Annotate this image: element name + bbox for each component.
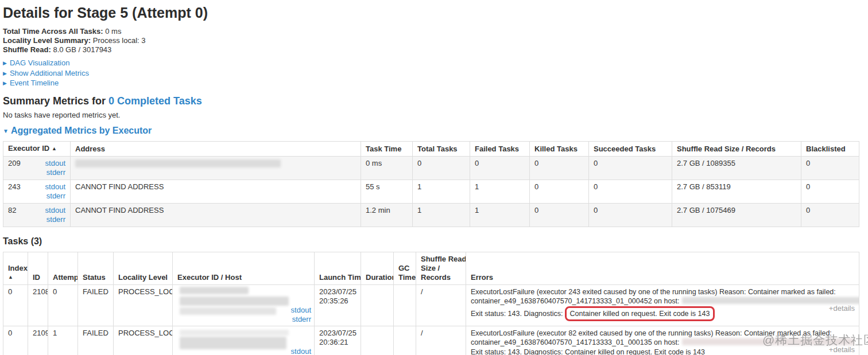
redacted-host: [180, 297, 289, 306]
shuffle-read-cell: 2.7 GB / 853119: [672, 180, 801, 203]
col-launch-time[interactable]: Launch Time: [315, 252, 361, 284]
collapsed-arrow-icon: ▶: [3, 60, 7, 66]
stdout-link[interactable]: stdout: [45, 159, 65, 168]
col-id[interactable]: ID: [28, 252, 48, 284]
stdout-link[interactable]: stdout: [291, 347, 311, 355]
tasks-heading: Tasks (3): [3, 236, 863, 247]
page-title: Details for Stage 5 (Attempt 0): [3, 5, 863, 21]
address-cell: CANNOT FIND ADDRESS: [71, 180, 361, 203]
stdout-link[interactable]: stdout: [291, 306, 311, 315]
col-task-time[interactable]: Task Time: [361, 141, 413, 156]
task-locality-cell: PROCESS_LOCAL: [114, 284, 173, 326]
stderr-link[interactable]: stderr: [45, 215, 65, 224]
address-cell: CANNOT FIND ADDRESS: [71, 203, 361, 227]
dag-visualization-toggle[interactable]: ▶DAG Visualization: [3, 58, 863, 69]
redacted-address: [75, 159, 281, 167]
sort-asc-icon: ▲: [52, 146, 57, 151]
col-blacklisted[interactable]: Blacklisted: [801, 141, 859, 156]
col-status[interactable]: Status: [78, 252, 114, 284]
error-line: Exit status: 143. Diagnostics:Container …: [471, 306, 854, 322]
event-timeline-toggle[interactable]: ▶Event Timeline: [3, 79, 863, 89]
task-launch-time-cell: 2023/07/25 20:36:21: [315, 326, 361, 355]
shuffle-read-label: Shuffle Read:: [3, 45, 51, 54]
total-time-line: Total Time Across All Tasks: 0 ms: [3, 27, 863, 36]
col-killed-tasks[interactable]: Killed Tasks: [530, 141, 589, 156]
task-executor-host-cell: stdoutstderr: [173, 326, 315, 355]
col-address[interactable]: Address: [71, 141, 361, 156]
summary-metrics-heading: Summary Metrics for 0 Completed Tasks: [3, 95, 863, 107]
sort-asc-icon: ▲: [8, 272, 23, 282]
locality-summary-label: Locality Level Summary:: [3, 36, 91, 45]
error-line: ExecutorLostFailure (executor 243 exited…: [471, 287, 854, 297]
completed-tasks-link[interactable]: 0 Completed Tasks: [108, 95, 202, 107]
tasks-table-header-row: Index▲ ID Attempt Status Locality Level …: [3, 252, 859, 284]
address-cell: [71, 156, 361, 180]
col-attempt[interactable]: Attempt: [48, 252, 78, 284]
details-link[interactable]: +details: [829, 304, 855, 313]
col-gc-time[interactable]: GCTime: [394, 252, 416, 284]
stderr-link[interactable]: stderr: [45, 192, 65, 201]
collapsed-arrow-icon: ▶: [3, 80, 7, 86]
task-attempt-cell: 1: [48, 326, 78, 355]
col-locality-level[interactable]: Locality Level: [114, 252, 173, 284]
aggregated-metrics-table: Executor ID ▲ Address Task Time Total Ta…: [3, 141, 859, 227]
task-index-cell: 0: [3, 284, 28, 326]
col-failed-tasks[interactable]: Failed Tasks: [470, 141, 530, 156]
task-time-cell: 1.2 min: [361, 203, 413, 227]
task-status-cell: FAILED: [78, 284, 114, 326]
executor-id-cell: 243stdoutstderr: [3, 180, 71, 203]
task-gc-time-cell: [394, 284, 416, 326]
collapsible-links: ▶DAG Visualization ▶Show Additional Metr…: [3, 58, 863, 89]
aggregated-metrics-heading[interactable]: ▼Aggregated Metrics by Executor: [3, 126, 863, 136]
redacted-host: [180, 330, 289, 336]
executor-row: 209stdoutstderr 0 ms 0 0 0 0 2.7 GB / 10…: [3, 156, 859, 180]
col-executor-id[interactable]: Executor ID ▲: [3, 141, 71, 156]
col-shuffle-read[interactable]: Shuffle Read Size / Records: [672, 141, 801, 156]
stdout-link[interactable]: stdout: [45, 182, 65, 192]
stderr-link[interactable]: stderr: [291, 315, 311, 324]
shuffle-read-value: 8.0 GB / 3017943: [51, 45, 112, 54]
tasks-table: Index▲ ID Attempt Status Locality Level …: [3, 252, 859, 355]
stderr-link[interactable]: stderr: [45, 168, 65, 177]
failed-tasks-cell: 1: [470, 180, 530, 203]
shuffle-read-line: Shuffle Read: 8.0 GB / 3017943: [3, 45, 863, 54]
redacted-host: [180, 287, 249, 294]
task-row: 0 2108 0 FAILED PROCESS_LOCAL stdoutstde…: [3, 284, 859, 326]
total-tasks-cell: 1: [413, 203, 470, 227]
col-index[interactable]: Index▲: [3, 252, 28, 284]
total-tasks-cell: 1: [413, 180, 470, 203]
task-status-cell: FAILED: [78, 326, 114, 355]
task-row: 0 2109 1 FAILED PROCESS_LOCAL stdoutstde…: [3, 326, 859, 355]
stage-summary: Total Time Across All Tasks: 0 ms Locali…: [3, 27, 863, 54]
stage-details-page: Details for Stage 5 (Attempt 0) Total Ti…: [0, 0, 868, 355]
killed-tasks-cell: 0: [530, 156, 589, 180]
executor-id: 209: [8, 159, 21, 168]
task-duration-cell: [361, 284, 394, 326]
blacklisted-cell: 0: [801, 203, 859, 227]
col-duration[interactable]: Duration: [361, 252, 394, 284]
succeeded-tasks-cell: 0: [589, 180, 672, 203]
task-executor-host-cell: stdoutstderr: [173, 284, 315, 326]
col-shuffle-read-size[interactable]: Shuffle ReadSize /Records: [416, 252, 466, 284]
no-tasks-message: No tasks have reported metrics yet.: [3, 111, 863, 120]
col-executor-host[interactable]: Executor ID / Host: [173, 252, 315, 284]
failed-tasks-cell: 0: [470, 156, 530, 180]
task-attempt-cell: 0: [48, 284, 78, 326]
stdout-link[interactable]: stdout: [45, 206, 65, 215]
summary-metrics-prefix: Summary Metrics for: [3, 95, 108, 107]
col-errors[interactable]: Errors: [466, 252, 859, 284]
error-highlight-annotation: Container killed on request. Exit code i…: [565, 306, 715, 322]
task-duration-cell: [361, 326, 394, 355]
col-succeeded-tasks[interactable]: Succeeded Tasks: [589, 141, 672, 156]
error-line: Exit status: 143. Diagnostics: Container…: [471, 348, 854, 355]
executor-id: 243: [8, 182, 21, 192]
task-launch-time-cell: 2023/07/25 20:35:26: [315, 284, 361, 326]
show-additional-metrics-toggle[interactable]: ▶Show Additional Metrics: [3, 69, 863, 79]
succeeded-tasks-cell: 0: [589, 203, 672, 227]
col-total-tasks[interactable]: Total Tasks: [413, 141, 470, 156]
expanded-arrow-icon: ▼: [3, 128, 9, 134]
total-tasks-cell: 0: [413, 156, 470, 180]
executor-id: 82: [8, 206, 16, 215]
succeeded-tasks-cell: 0: [589, 156, 672, 180]
event-timeline-label: Event Timeline: [10, 79, 59, 87]
